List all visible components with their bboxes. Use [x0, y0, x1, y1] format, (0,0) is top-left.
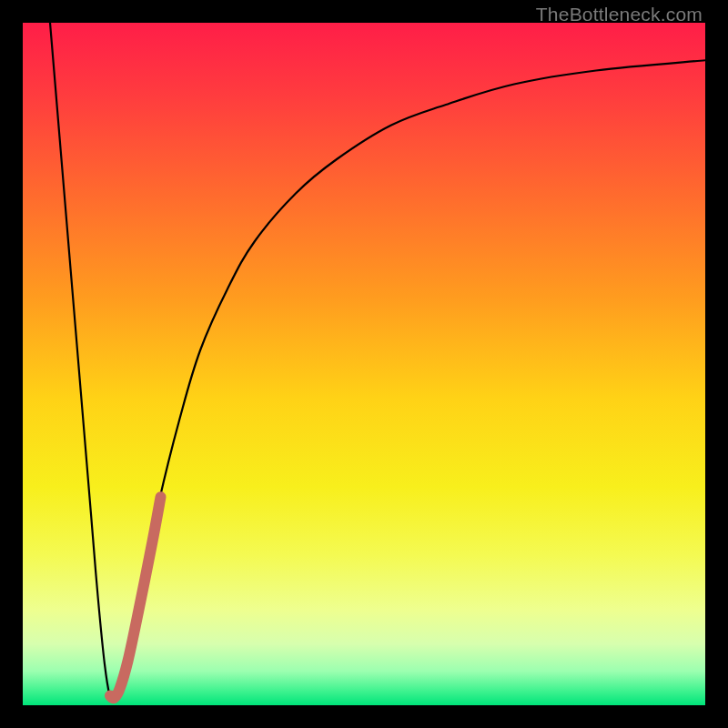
chart-area	[23, 23, 705, 705]
chart-background	[23, 23, 705, 705]
bottleneck-chart	[23, 23, 705, 705]
page-frame: TheBottleneck.com	[0, 0, 728, 728]
